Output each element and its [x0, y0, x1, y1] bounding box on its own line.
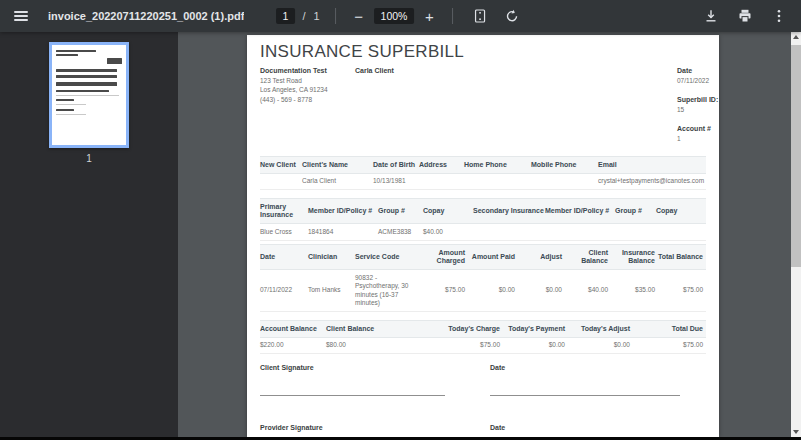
superbill-title: INSURANCE SUPERBILL [260, 42, 464, 62]
service-table-row: 07/11/2022 Tom Hanks 90832 - Psychothera… [260, 270, 706, 312]
menu-button[interactable] [8, 3, 34, 29]
print-icon [737, 8, 753, 24]
thumb-line [56, 50, 96, 52]
col-header: Today's Payment [503, 321, 568, 337]
thumb-line [56, 82, 117, 86]
account-value: 1 [677, 134, 718, 144]
cell-amount-paid: $0.00 [468, 283, 518, 299]
fit-to-page-icon [472, 8, 488, 24]
col-header: Clinician [308, 249, 355, 265]
pdf-viewer-canvas: INSURANCE SUPERBILL Documentation Test 1… [178, 32, 791, 437]
col-header: Date [260, 249, 308, 265]
thumb-rule [56, 95, 119, 96]
cell-todays-charge: $75.00 [410, 338, 503, 354]
thumbnail-page-number: 1 [49, 153, 129, 164]
col-header: New Client [260, 157, 302, 173]
fit-to-page-button[interactable] [467, 3, 493, 29]
cell-primary-insurance: Blue Cross [260, 224, 308, 240]
col-header: Group # [378, 203, 423, 219]
toolbar-actions [699, 3, 791, 29]
col-header: Total Due [633, 321, 706, 337]
cell-adjust: $0.00 [518, 283, 565, 299]
service-table-header: Date Clinician Service Code Amount Charg… [260, 244, 706, 270]
cell-group: ACME3838 [378, 224, 423, 240]
practice-address2: Los Angeles, CA 91234 [260, 85, 328, 95]
col-header: Member ID/Policy # [308, 203, 378, 219]
practice-address1: 123 Test Road [260, 76, 328, 86]
col-header: Mobile Phone [531, 157, 598, 173]
insurance-table: Primary Insurance Member ID/Policy # Gro… [260, 198, 706, 241]
cell-member-id: 1841864 [308, 224, 378, 240]
col-header: Client Balance [326, 321, 410, 337]
toolbar-divider [452, 8, 453, 24]
cell-email: crystal+testpayments@icanotes.com [598, 174, 706, 190]
col-header: Group # [615, 203, 656, 219]
scroll-down-icon [793, 430, 799, 434]
cell-account-balance: $220.00 [260, 338, 326, 354]
thumb-line [56, 54, 78, 56]
client-table-header: New Client Client's Name Date of Birth A… [260, 156, 706, 174]
page-total: 1 [313, 10, 319, 22]
cell-total-due: $75.00 [633, 338, 706, 354]
col-header: Address [419, 157, 464, 173]
col-header: Member ID/Policy # [545, 203, 615, 219]
insurance-table-header: Primary Insurance Member ID/Policy # Gro… [260, 198, 706, 224]
superbill-meta: Date 07/11/2022 Superbill ID: 15 Account… [677, 66, 718, 153]
col-header: Service Code [355, 249, 421, 265]
thumb-line [56, 109, 74, 111]
balance-table-header: Account Balance Client Balance Today's C… [260, 320, 706, 338]
zoom-in-button[interactable]: + [420, 3, 438, 29]
cell-home-phone [464, 178, 531, 185]
thumb-line [107, 58, 122, 64]
balance-table: Account Balance Client Balance Today's C… [260, 320, 706, 354]
service-table: Date Clinician Service Code Amount Charg… [260, 244, 706, 312]
rotate-counterclockwise-icon [504, 8, 520, 24]
cell-copay-2 [656, 228, 706, 235]
page-separator: / [302, 10, 305, 22]
cell-group-2 [615, 228, 656, 235]
thumb-line [56, 90, 109, 92]
superbill-id-value: 15 [677, 105, 718, 115]
col-header: Account Balance [260, 321, 326, 337]
page-number-input[interactable]: 1 [276, 8, 296, 24]
client-signature-date-label: Date [490, 364, 505, 371]
thumbnail-sidebar: 1 [0, 32, 178, 437]
vertical-scrollbar[interactable] [791, 32, 801, 437]
date-value: 07/11/2022 [677, 76, 718, 86]
client-table-row: Carla Client 10/13/1981 crystal+testpaym… [260, 174, 706, 191]
col-header: Insurance Balance [611, 245, 658, 269]
col-header: Adjust [518, 249, 565, 265]
date-label: Date [677, 66, 718, 76]
client-name: Carla Client [355, 66, 394, 76]
col-header: Today's Adjust [568, 321, 633, 337]
page-zoom-controls: 1 / 1 − 100% + [276, 0, 526, 32]
zoom-out-button[interactable]: − [350, 3, 368, 29]
more-options-button[interactable] [767, 3, 791, 29]
col-header: Client Balance [565, 245, 611, 269]
scrollbar-thumb[interactable] [791, 45, 801, 267]
scroll-down-button[interactable] [791, 427, 801, 437]
col-header: Amount Paid [468, 249, 518, 265]
pdf-page: INSURANCE SUPERBILL Documentation Test 1… [247, 35, 719, 437]
col-header: Total Balance [658, 249, 706, 265]
cell-copay: $40.00 [423, 224, 473, 240]
scroll-up-button[interactable] [791, 32, 801, 42]
cell-dob: 10/13/1981 [373, 174, 419, 190]
zoom-level[interactable]: 100% [374, 8, 415, 24]
print-button[interactable] [733, 3, 757, 29]
col-header: Today's Charge [410, 321, 503, 337]
rotate-button[interactable] [499, 3, 525, 29]
client-signature-line [260, 395, 445, 396]
cell-service-date: 07/11/2022 [260, 283, 308, 299]
cell-amount-charged: $75.00 [421, 283, 468, 299]
download-button[interactable] [699, 3, 723, 29]
client-signature-label: Client Signature [260, 364, 314, 371]
document-filename: invoice_20220711220251_0002 (1).pdf [48, 10, 244, 22]
page-thumbnail[interactable]: 1 [49, 42, 129, 164]
client-table: New Client Client's Name Date of Birth A… [260, 156, 706, 190]
thumb-line [56, 69, 117, 72]
cell-todays-payment: $0.00 [503, 338, 568, 354]
col-header: Secondary Insurance [473, 203, 545, 219]
insurance-table-row: Blue Cross 1841864 ACME3838 $40.00 [260, 224, 706, 241]
practice-name: Documentation Test [260, 66, 328, 76]
